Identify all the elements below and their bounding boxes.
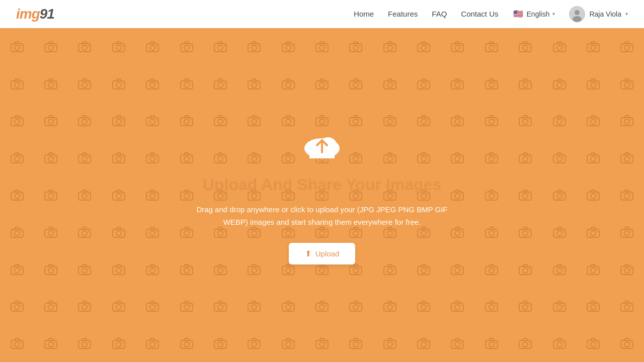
svg-point-82 xyxy=(252,82,257,87)
svg-point-400 xyxy=(624,268,629,273)
svg-point-289 xyxy=(15,231,20,236)
camera-cell xyxy=(407,65,440,103)
svg-point-233 xyxy=(20,194,21,195)
hero-title: Upload And Share Your Images xyxy=(203,175,441,194)
svg-point-482 xyxy=(258,342,259,343)
svg-point-149 xyxy=(359,119,360,120)
svg-point-154 xyxy=(421,119,426,124)
svg-rect-354 xyxy=(113,266,125,275)
svg-rect-390 xyxy=(519,266,531,275)
svg-point-116 xyxy=(630,82,631,83)
svg-rect-102 xyxy=(486,81,498,89)
svg-rect-72 xyxy=(146,81,158,89)
camera-cell xyxy=(135,325,169,362)
svg-point-476 xyxy=(190,342,191,343)
svg-point-335 xyxy=(529,231,530,232)
svg-rect-120 xyxy=(45,118,57,126)
svg-rect-111 xyxy=(587,81,599,89)
upload-icon: ⬆ xyxy=(305,249,311,258)
svg-point-23 xyxy=(224,45,225,46)
svg-point-487 xyxy=(319,342,325,347)
svg-rect-240 xyxy=(113,192,125,200)
svg-point-52 xyxy=(557,45,562,50)
svg-point-371 xyxy=(291,267,292,268)
camera-cell xyxy=(509,28,542,65)
user-profile[interactable]: Raja Viola ▾ xyxy=(569,6,628,22)
svg-point-232 xyxy=(15,194,20,199)
nav-contact[interactable]: Contact Us xyxy=(461,10,498,18)
svg-point-221 xyxy=(529,156,530,157)
svg-point-2 xyxy=(573,16,582,22)
svg-rect-297 xyxy=(113,229,125,237)
svg-rect-51 xyxy=(553,44,566,52)
svg-point-98 xyxy=(427,82,428,83)
svg-point-272 xyxy=(461,194,462,195)
upload-button[interactable]: ⬆ Upload xyxy=(289,243,356,264)
camera-cell xyxy=(474,139,508,176)
svg-point-74 xyxy=(156,82,157,83)
svg-point-31 xyxy=(319,45,325,50)
svg-point-382 xyxy=(421,268,426,273)
svg-rect-342 xyxy=(621,229,633,237)
camera-cell xyxy=(610,65,644,103)
camera-cell xyxy=(509,288,542,325)
svg-rect-180 xyxy=(78,155,91,163)
language-selector[interactable]: 🇺🇸 English ▾ xyxy=(513,9,555,20)
svg-point-331 xyxy=(489,231,494,236)
camera-cell xyxy=(102,288,135,325)
nav-faq[interactable]: FAQ xyxy=(432,10,447,18)
svg-rect-93 xyxy=(384,81,396,89)
svg-point-352 xyxy=(82,268,87,273)
svg-point-145 xyxy=(319,119,325,124)
svg-point-170 xyxy=(597,119,598,120)
svg-point-136 xyxy=(218,119,223,124)
svg-point-169 xyxy=(591,119,596,124)
svg-point-395 xyxy=(562,267,564,268)
svg-point-95 xyxy=(393,82,394,83)
svg-point-91 xyxy=(353,82,358,87)
camera-cell xyxy=(610,176,644,214)
camera-cell xyxy=(576,176,610,214)
svg-point-5 xyxy=(20,45,21,46)
svg-rect-399 xyxy=(621,266,633,275)
svg-point-86 xyxy=(291,82,292,83)
svg-point-230 xyxy=(630,156,631,157)
svg-point-478 xyxy=(218,342,223,347)
camera-cell xyxy=(135,214,169,251)
svg-point-274 xyxy=(489,194,494,199)
svg-point-391 xyxy=(523,268,528,273)
svg-point-34 xyxy=(353,45,358,50)
svg-point-425 xyxy=(258,305,259,306)
camera-cell xyxy=(441,288,474,325)
hero-subtitle: Drag and drop anywhere or click to uploa… xyxy=(186,203,458,229)
svg-point-11 xyxy=(88,45,89,46)
svg-point-449 xyxy=(529,305,530,306)
svg-point-332 xyxy=(495,231,496,232)
nav-home[interactable]: Home xyxy=(354,10,374,18)
svg-point-28 xyxy=(286,45,291,50)
svg-point-359 xyxy=(156,267,157,268)
camera-cell xyxy=(0,28,34,65)
logo[interactable]: img91 xyxy=(16,6,54,22)
svg-point-419 xyxy=(190,305,191,306)
camera-cell xyxy=(509,65,542,103)
camera-cell xyxy=(542,176,576,214)
svg-rect-351 xyxy=(78,266,91,275)
camera-cell xyxy=(509,103,542,140)
camera-cell xyxy=(339,288,373,325)
camera-cell xyxy=(0,288,34,325)
nav-features[interactable]: Features xyxy=(388,10,418,18)
svg-rect-33 xyxy=(350,44,362,52)
svg-point-137 xyxy=(224,119,225,120)
svg-point-404 xyxy=(20,305,21,306)
camera-cell xyxy=(407,288,440,325)
camera-cell xyxy=(135,28,169,65)
camera-cell xyxy=(576,28,610,65)
svg-rect-453 xyxy=(587,303,599,311)
camera-cell xyxy=(68,251,102,288)
svg-rect-495 xyxy=(418,340,430,348)
svg-rect-6 xyxy=(45,44,57,52)
svg-point-146 xyxy=(326,119,327,120)
svg-rect-54 xyxy=(587,44,599,52)
svg-point-25 xyxy=(252,45,257,50)
